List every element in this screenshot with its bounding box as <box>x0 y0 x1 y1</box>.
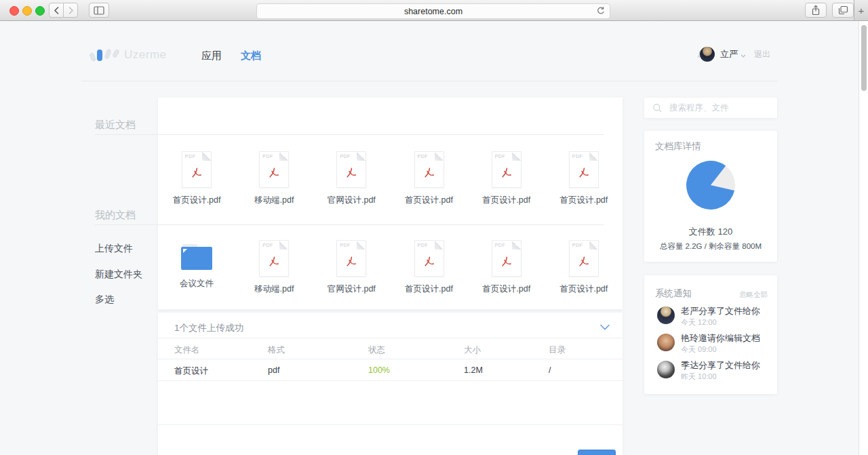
sidebar-section-my-docs[interactable]: 我的文档 <box>95 209 136 222</box>
notification-item[interactable]: 季达分享了文件给你 昨天 10:00 <box>657 359 766 385</box>
user-avatar[interactable] <box>700 47 715 62</box>
scrollbar-track[interactable] <box>859 21 868 455</box>
confirm-button[interactable]: 确认 <box>578 450 616 455</box>
acrobat-icon <box>344 166 358 180</box>
sidebar-section-recent-docs[interactable]: 最近文档 <box>95 119 136 132</box>
logo-mark <box>104 48 111 59</box>
sidebar-action-multi-select[interactable]: 多选 <box>95 294 114 306</box>
search-input[interactable] <box>668 102 772 113</box>
pdf-badge: PDF <box>572 243 583 248</box>
nav-tab-documents[interactable]: 文档 <box>241 50 261 62</box>
scrollbar-thumb[interactable] <box>861 25 867 91</box>
pdf-badge: PDF <box>495 154 506 159</box>
logo-text: Uzerme <box>124 48 167 62</box>
pdf-file-icon: PDF <box>336 240 366 277</box>
file-item[interactable]: PDF 首页设计.pdf <box>468 151 545 206</box>
capacity-label: 总容量 2.2G / 剩余容量 800M <box>644 241 777 252</box>
file-name: 首页设计.pdf <box>482 283 530 295</box>
pdf-badge: PDF <box>185 154 196 159</box>
reload-icon <box>596 6 606 16</box>
close-window-button[interactable] <box>9 6 19 16</box>
uzerme-logo: Uzerme <box>90 48 167 62</box>
sender-avatar <box>657 306 675 324</box>
file-item[interactable]: PDF 官网设计.pdf <box>313 240 390 295</box>
pdf-badge: PDF <box>262 154 273 159</box>
file-item[interactable]: PDF 移动端.pdf <box>235 151 313 206</box>
minimize-window-button[interactable] <box>22 6 32 16</box>
file-item[interactable]: PDF 首页设计.pdf <box>158 151 235 206</box>
page-fold-icon <box>202 152 211 161</box>
zoom-window-button[interactable] <box>35 6 45 16</box>
section-divider <box>95 224 604 225</box>
divider <box>158 424 623 425</box>
pdf-badge: PDF <box>572 154 583 159</box>
col-header-size: 大小 <box>464 344 481 356</box>
page-fold-icon <box>589 152 598 161</box>
file-item[interactable]: PDF 首页设计.pdf <box>545 151 623 206</box>
storage-pie-chart <box>685 159 736 211</box>
pdf-file-icon: PDF <box>569 240 599 277</box>
page-fold-icon <box>512 241 521 250</box>
file-item[interactable]: PDF 首页设计.pdf <box>390 240 467 295</box>
acrobat-icon <box>500 166 513 180</box>
dismiss-all-link[interactable]: 忽略全部 <box>739 290 768 300</box>
logo-mark <box>89 52 97 62</box>
reload-button[interactable] <box>596 6 606 18</box>
search-icon <box>652 103 663 113</box>
file-name: 首页设计.pdf <box>559 283 608 295</box>
acrobat-icon <box>422 255 436 269</box>
file-item[interactable]: PDF 首页设计.pdf <box>468 240 545 295</box>
cell-directory: / <box>549 365 551 375</box>
sidebar-action-upload-file[interactable]: 上传文件 <box>95 243 133 255</box>
nav-tab-apps[interactable]: 应用 <box>201 50 222 62</box>
notification-item[interactable]: 艳玲邀请你编辑文档 今天 09:00 <box>657 332 766 358</box>
pdf-badge: PDF <box>262 243 273 248</box>
notification-item[interactable]: 老严分享了文件给你 今天 12:00 <box>657 305 766 331</box>
back-button[interactable] <box>49 3 64 18</box>
library-panel-title: 文档库详情 <box>655 140 701 153</box>
chevron-left-icon <box>54 6 60 15</box>
tabs-overview-button[interactable] <box>832 3 854 18</box>
file-name: 首页设计.pdf <box>482 195 530 206</box>
pdf-file-icon: PDF <box>336 151 366 188</box>
pdf-file-icon: PDF <box>492 151 521 188</box>
sidebar-icon <box>94 6 104 15</box>
page-fold-icon <box>589 241 598 250</box>
notification-time: 今天 09:00 <box>681 344 717 355</box>
share-button[interactable] <box>805 3 827 18</box>
section-divider <box>95 134 604 135</box>
col-header-filename: 文件名 <box>174 344 200 356</box>
search-box[interactable] <box>644 98 777 118</box>
folder-item[interactable]: 会议文件 <box>158 240 235 295</box>
file-name: 首页设计.pdf <box>405 195 453 206</box>
cell-status: 100% <box>368 365 390 375</box>
sidebar-toggle-button[interactable] <box>89 3 109 18</box>
page-content: Uzerme 应用 文档 立严 退出 最近文档 我的文档 上传文件 新建文件夹 … <box>0 21 868 455</box>
file-item[interactable]: PDF 首页设计.pdf <box>545 240 623 295</box>
upload-result-panel: 1个文件上传成功 文件名 格式 状态 大小 目录 首页设计 pdf 100% 1… <box>158 313 623 455</box>
new-tab-button[interactable]: + <box>854 0 868 20</box>
file-item[interactable]: PDF 首页设计.pdf <box>390 151 467 206</box>
forward-button[interactable] <box>63 3 78 18</box>
file-item[interactable]: PDF 移动端.pdf <box>235 240 313 295</box>
collapse-panel-button[interactable] <box>599 321 610 333</box>
library-details-panel: 文档库详情 文件数 120 总容量 2.2G / 剩余容量 800M <box>644 131 777 262</box>
file-item[interactable]: PDF 官网设计.pdf <box>313 151 390 206</box>
my-files-row: 会议文件 PDF 移动端.pdf PDF 官网设计.pdf PDF 首页设计.p… <box>158 240 623 295</box>
file-name: 首页设计.pdf <box>559 195 608 206</box>
divider <box>158 338 623 338</box>
pdf-file-icon: PDF <box>414 151 444 188</box>
chevron-right-icon <box>68 6 74 15</box>
notification-text: 艳玲邀请你编辑文档 <box>681 332 760 344</box>
file-name: 移动端.pdf <box>254 283 294 295</box>
cell-filename: 首页设计 <box>174 365 208 377</box>
acrobat-icon <box>267 166 281 180</box>
file-name: 首页设计.pdf <box>405 283 453 295</box>
address-bar[interactable]: sharetome.com <box>256 3 610 19</box>
logout-link[interactable]: 退出 <box>754 49 770 60</box>
user-menu[interactable]: 立严 退出 <box>700 47 770 62</box>
notification-text: 老严分享了文件给你 <box>681 305 760 317</box>
sidebar-action-new-folder[interactable]: 新建文件夹 <box>95 269 142 281</box>
logo-mark <box>97 50 102 61</box>
logo-mark <box>112 48 121 58</box>
